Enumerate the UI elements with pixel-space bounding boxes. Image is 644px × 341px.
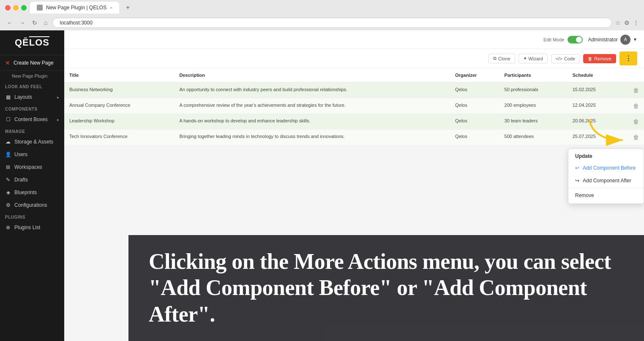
cell-schedule: 15.02.2025 bbox=[568, 82, 619, 98]
sidebar-item-plugins-list[interactable]: ⊕ Plugins List bbox=[0, 221, 64, 234]
layouts-arrow: ▸ bbox=[57, 95, 59, 100]
cell-description: A comprehensive review of the year's ach… bbox=[175, 98, 450, 114]
code-icon: </> bbox=[556, 56, 562, 61]
cell-participants: 500 attendees bbox=[499, 130, 568, 145]
cell-participants: 200 employees bbox=[499, 98, 568, 114]
table-row: Business Networking An opportunity to co… bbox=[64, 82, 644, 98]
context-menu-add-after[interactable]: ↪ Add Component After bbox=[568, 174, 644, 187]
browser-close-btn[interactable] bbox=[5, 5, 11, 11]
users-label: Users bbox=[14, 152, 27, 157]
content-boxes-icon: ☐ bbox=[5, 116, 11, 122]
layouts-icon: ▦ bbox=[5, 94, 11, 100]
cell-title: Business Networking bbox=[64, 82, 175, 98]
cell-organizer: Qelos bbox=[450, 114, 499, 130]
browser-minimize-btn[interactable] bbox=[13, 5, 19, 11]
main-content: Edit Mode Administrator A ▼ ⧉ Clone ✦ Wi… bbox=[64, 30, 644, 341]
forward-button[interactable]: → bbox=[18, 18, 27, 28]
more-actions-button[interactable]: ⋮ bbox=[619, 51, 637, 65]
sidebar-item-workspaces[interactable]: ⊞ Workspaces bbox=[0, 161, 64, 173]
drafts-label: Drafts bbox=[14, 177, 28, 183]
cell-title: Annual Company Conference bbox=[64, 98, 175, 114]
add-after-icon: ↪ bbox=[575, 178, 579, 184]
app-layout: QĒLOS ✕ Create New Page New Page Plugin … bbox=[0, 30, 644, 341]
home-button[interactable]: ⌂ bbox=[42, 18, 49, 28]
configurations-label: Configurations bbox=[14, 202, 47, 208]
cell-organizer: Qelos bbox=[450, 82, 499, 98]
drafts-icon: ✎ bbox=[5, 177, 11, 183]
workspaces-label: Workspaces bbox=[14, 164, 42, 170]
tab-close-icon[interactable]: × bbox=[110, 5, 112, 10]
clone-icon: ⧉ bbox=[493, 56, 497, 61]
bookmark-button[interactable]: ☆ bbox=[615, 19, 621, 26]
browser-tab[interactable]: New Page Plugin | QELOS × bbox=[30, 2, 119, 14]
clone-button[interactable]: ⧉ Clone bbox=[488, 54, 515, 63]
cell-actions: 🗑 bbox=[619, 98, 644, 114]
col-actions bbox=[619, 68, 644, 82]
more-actions-icon: ⋮ bbox=[625, 54, 632, 62]
context-menu: Update ↩ Add Component Before ↪ Add Comp… bbox=[568, 149, 644, 204]
row-delete-button[interactable]: 🗑 bbox=[633, 87, 639, 94]
cell-organizer: Qelos bbox=[450, 98, 499, 114]
col-title: Title bbox=[64, 68, 175, 82]
context-menu-update-label[interactable]: Update bbox=[568, 151, 644, 162]
edit-mode-switch[interactable] bbox=[568, 36, 583, 43]
reload-button[interactable]: ↻ bbox=[30, 18, 39, 28]
plugin-name-label: New Page Plugin bbox=[12, 73, 47, 78]
back-button[interactable]: ← bbox=[5, 18, 14, 28]
edit-mode-toggle: Edit Mode bbox=[543, 36, 583, 43]
new-tab-button[interactable]: + bbox=[123, 4, 133, 11]
configurations-icon: ⚙ bbox=[5, 202, 11, 208]
remove-icon: 🗑 bbox=[588, 56, 592, 61]
context-menu-add-before[interactable]: ↩ Add Component Before bbox=[568, 162, 644, 174]
extensions-button[interactable]: ⚙ bbox=[624, 19, 630, 26]
overlay-text: Clicking on the More Actions menu, you c… bbox=[128, 235, 644, 341]
sidebar: QĒLOS ✕ Create New Page New Page Plugin … bbox=[0, 30, 64, 341]
cell-title: Tech Innovators Conference bbox=[64, 130, 175, 145]
context-menu-divider bbox=[568, 188, 644, 188]
sidebar-item-storage[interactable]: ☁ Storage & Assets bbox=[0, 135, 64, 148]
admin-dropdown-icon[interactable]: ▼ bbox=[633, 37, 637, 42]
remove-button[interactable]: 🗑 Remove bbox=[583, 54, 616, 63]
browser-toolbar: ← → ↻ ⌂ localhost:3000 ☆ ⚙ ⋮ bbox=[0, 15, 644, 30]
col-description: Description bbox=[175, 68, 450, 82]
add-before-icon: ↩ bbox=[575, 165, 579, 171]
browser-chrome: New Page Plugin | QELOS × + ← → ↻ ⌂ loca… bbox=[0, 0, 644, 30]
address-bar[interactable]: localhost:3000 bbox=[52, 18, 612, 28]
table-container: Title Description Organizer Participants… bbox=[64, 68, 644, 145]
table-toolbar: ⧉ Clone ✦ Wizard </> Code 🗑 Remove ⋮ bbox=[64, 49, 644, 68]
browser-maximize-btn[interactable] bbox=[21, 5, 27, 11]
browser-controls bbox=[5, 5, 27, 11]
look-and-feel-section: LOOK AND FEEL bbox=[0, 81, 64, 91]
col-schedule: Schedule bbox=[568, 68, 619, 82]
url-text: localhost:3000 bbox=[60, 20, 92, 26]
sidebar-create-new-page[interactable]: ✕ Create New Page bbox=[0, 55, 64, 71]
sidebar-plugin-name[interactable]: New Page Plugin bbox=[0, 71, 64, 81]
context-menu-remove[interactable]: Remove bbox=[568, 189, 644, 202]
sidebar-item-users[interactable]: 👤 Users bbox=[0, 148, 64, 161]
sidebar-item-content-boxes[interactable]: ☐ Content Boxes ▸ bbox=[0, 113, 64, 126]
col-organizer: Organizer bbox=[450, 68, 499, 82]
workspaces-icon: ⊞ bbox=[5, 164, 11, 170]
sidebar-item-layouts[interactable]: ▦ Layouts ▸ bbox=[0, 91, 64, 103]
cell-actions: 🗑 bbox=[619, 82, 644, 98]
tab-favicon bbox=[37, 5, 43, 11]
cell-description: Bringing together leading minds in techn… bbox=[175, 130, 450, 145]
cell-description: An opportunity to connect with industry … bbox=[175, 82, 450, 98]
blueprints-label: Blueprints bbox=[14, 189, 37, 195]
cell-schedule: 12.04.2025 bbox=[568, 98, 619, 114]
cell-participants: 50 professionals bbox=[499, 82, 568, 98]
sidebar-item-configurations[interactable]: ⚙ Configurations bbox=[0, 199, 64, 211]
sidebar-item-blueprints[interactable]: ◈ Blueprints bbox=[0, 186, 64, 199]
components-section: COMPONENTS bbox=[0, 103, 64, 113]
wizard-button[interactable]: ✦ Wizard bbox=[518, 54, 548, 63]
row-delete-button[interactable]: 🗑 bbox=[633, 103, 639, 109]
sidebar-item-drafts[interactable]: ✎ Drafts bbox=[0, 173, 64, 186]
cell-organizer: Qelos bbox=[450, 130, 499, 145]
table-row: Leadership Workshop A hands-on workshop … bbox=[64, 114, 644, 130]
cell-description: A hands-on workshop to develop and enhan… bbox=[175, 114, 450, 130]
menu-button[interactable]: ⋮ bbox=[633, 19, 639, 26]
tab-title: New Page Plugin | QELOS bbox=[46, 5, 106, 11]
code-button[interactable]: </> Code bbox=[551, 54, 580, 63]
sidebar-logo: QĒLOS bbox=[0, 30, 64, 55]
storage-label: Storage & Assets bbox=[14, 139, 53, 145]
